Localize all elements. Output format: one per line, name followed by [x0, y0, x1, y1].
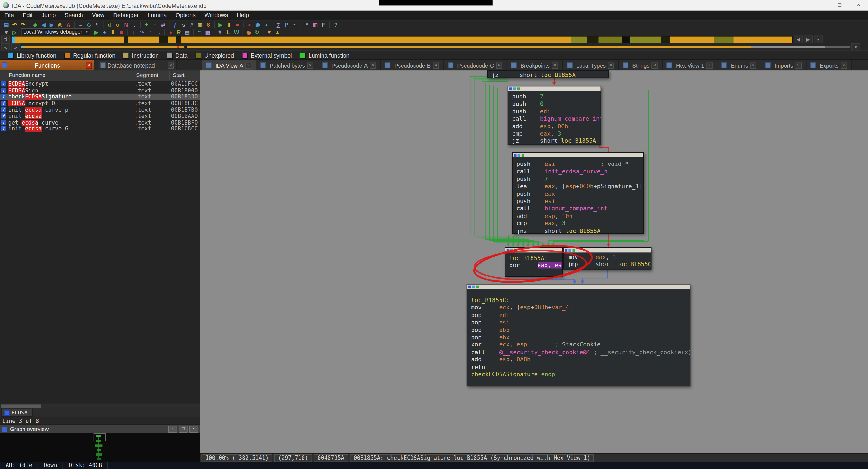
menu-item-options[interactable]: Options — [171, 10, 200, 20]
debug-run-icon[interactable]: ▶ — [217, 21, 224, 28]
refresh-icon[interactable]: ↻ — [253, 29, 261, 36]
debug-setup-icon[interactable]: ▾ — [3, 29, 10, 36]
tab-ida-view-a[interactable]: IDA View-A× — [202, 60, 257, 71]
column-divider[interactable] — [169, 71, 170, 80]
menu-item-help[interactable]: Help — [232, 10, 253, 20]
view-tab-close-icon[interactable]: × — [795, 62, 801, 68]
view-tab-close-icon[interactable]: × — [307, 62, 313, 68]
terminate-process-icon[interactable]: ■ — [118, 29, 125, 36]
breakpoints-window-icon[interactable]: ● — [167, 29, 175, 36]
asm-line[interactable]: push 7 — [508, 93, 601, 100]
column-segment[interactable]: Segment — [136, 72, 158, 78]
jump-forward-icon[interactable]: ▶ — [48, 21, 55, 28]
basic-block-entry-cut[interactable]: jz short loc_B1855A — [487, 70, 609, 78]
basic-block-set-eax-1[interactable]: mov eax, 1jmp short loc_B1855C — [563, 247, 651, 270]
text-view-icon[interactable]: ¶ — [94, 21, 101, 28]
menu-item-windows[interactable]: Windows — [200, 10, 232, 20]
basic-block-compare-1[interactable]: push 7push 0push edicall bignum_compare_… — [508, 86, 601, 145]
block-title-bar[interactable] — [505, 248, 562, 252]
menu-item-edit[interactable]: Edit — [18, 10, 37, 20]
debug-stop-icon[interactable]: ■ — [234, 21, 241, 28]
asm-line[interactable]: add esp, 0Ch — [508, 123, 601, 130]
graph-view[interactable]: jz short loc_B1855Apush 7push 0push edic… — [200, 70, 868, 453]
segments-icon[interactable]: ▥ — [196, 21, 204, 28]
tab-breakpoints[interactable]: Breakpoints× — [507, 60, 563, 71]
asm-line[interactable]: jnz short loc_B1855A — [513, 227, 643, 234]
notepad-tab-close-icon[interactable]: × — [168, 62, 174, 68]
graph-overview-canvas[interactable] — [0, 433, 200, 462]
asm-line[interactable]: push edi — [508, 108, 601, 115]
overview-restore-icon[interactable]: □ — [179, 426, 188, 433]
lumina-push-icon[interactable]: ▲ — [274, 29, 281, 36]
functions-tab-close-icon[interactable]: × — [86, 62, 92, 68]
registers-window-icon[interactable]: R — [175, 29, 183, 36]
asm-line[interactable]: jz short loc_B1855A — [508, 137, 601, 145]
function-row[interactable]: finit_ecdsa.text00B1BAA0 — [0, 113, 200, 119]
column-start[interactable]: Start — [173, 72, 185, 78]
maximize-button[interactable]: □ — [830, 0, 849, 10]
tab-local-types[interactable]: Local Types× — [563, 60, 619, 71]
block-title-bar[interactable] — [508, 86, 601, 91]
scrollbar-thumb[interactable] — [1, 404, 41, 408]
view-tab-close-icon[interactable]: × — [370, 62, 376, 68]
asm-line[interactable]: jmp short loc_B1855C — [564, 261, 651, 268]
close-button[interactable]: × — [849, 0, 868, 10]
fonts-icon[interactable]: F — [320, 21, 327, 28]
overview-close-icon[interactable]: × — [189, 426, 198, 433]
watch-icon[interactable]: ◉ — [254, 21, 261, 28]
asm-line[interactable]: call bignum_compare_int — [508, 115, 601, 123]
view-tab-close-icon[interactable]: × — [433, 62, 439, 68]
view-tab-close-icon[interactable]: × — [750, 62, 756, 68]
colors-icon[interactable]: ◧ — [312, 21, 319, 28]
modules-window-icon[interactable]: ▦ — [204, 29, 211, 36]
asm-line[interactable]: mov eax, 1 — [564, 253, 651, 261]
tab-enums[interactable]: Enums× — [718, 60, 762, 71]
functions-window-icon[interactable]: ƒ — [172, 21, 179, 28]
block-title-bar[interactable] — [467, 285, 690, 289]
calculator-icon[interactable]: ∑ — [275, 21, 282, 28]
asm-line[interactable]: add esp, 0A8h — [467, 356, 690, 363]
run-to-cursor-icon[interactable]: → — [155, 29, 162, 36]
asm-line[interactable]: add esp, 10h — [513, 212, 643, 220]
jump-back-icon[interactable]: ◀ — [40, 21, 47, 28]
threads-window-icon[interactable]: ≈ — [196, 29, 203, 36]
strings-window-icon[interactable]: s — [180, 21, 187, 28]
function-row[interactable]: fECDSAEncrypt_0.text00B18E3C — [0, 100, 200, 106]
attach-process-icon[interactable]: + — [101, 29, 108, 36]
function-row[interactable]: finit_ecdsa_curve_p.text00B1B7B0 — [0, 106, 200, 113]
view-tab-close-icon[interactable]: × — [841, 62, 846, 68]
debug-pause-icon[interactable]: ‖ — [225, 21, 232, 28]
comment-icon[interactable]: : — [130, 21, 138, 28]
function-row[interactable]: fget_ecdsa_curve.text00B1BBF0 — [0, 119, 200, 126]
asm-line[interactable]: loc_B1855C: — [467, 297, 690, 304]
hex-dump-icon[interactable]: # — [216, 29, 224, 36]
navigation-strip[interactable] — [21, 45, 850, 48]
asm-line[interactable]: push 0 — [508, 100, 601, 108]
asm-line[interactable]: call bignum_compare_int — [513, 205, 643, 212]
struct-add-icon[interactable]: + — [143, 21, 150, 28]
column-divider[interactable] — [133, 71, 133, 80]
search-icon[interactable]: ◎ — [56, 21, 64, 28]
menu-item-jump[interactable]: Jump — [37, 10, 60, 20]
redo-icon[interactable]: ↷ — [19, 21, 27, 28]
breakpoint-icon[interactable]: ● — [246, 21, 253, 28]
asm-line[interactable]: xor eax, eax — [505, 262, 562, 269]
step-over-icon[interactable]: ↷ — [138, 29, 146, 36]
signatures-icon[interactable]: S — [205, 21, 212, 28]
basic-block-loc_B1855C[interactable]: loc_B1855C:mov ecx, [esp+0B8h+var_4]pop … — [467, 284, 690, 386]
save-icon[interactable]: ▤ — [3, 21, 10, 28]
asm-line[interactable]: cmp eax, 3 — [513, 220, 643, 227]
strip-next-icon[interactable]: » — [11, 43, 20, 51]
basic-block-compare-2[interactable]: push esi ; void *call init_ecdsa_curve_p… — [512, 152, 644, 233]
strip-menu-icon[interactable]: ▾ — [851, 43, 860, 51]
asm-line[interactable]: pop edi — [467, 311, 690, 319]
python-icon[interactable]: P — [283, 21, 290, 28]
asm-line[interactable]: push esi ; void * — [513, 161, 643, 168]
asm-line[interactable]: lea eax, [esp+0C0h+pSignature_1] — [513, 183, 643, 190]
make-code-icon[interactable]: c — [114, 21, 121, 28]
snapshot-icon[interactable]: ◉ — [245, 29, 252, 36]
tab-pseudocode-b[interactable]: Pseudocode-B× — [381, 60, 444, 71]
xrefs-icon[interactable]: ⇄ — [159, 21, 167, 28]
graph-overview-header[interactable]: Graph overview ▫ □ × — [0, 424, 200, 434]
watches-window-icon[interactable]: W — [233, 29, 240, 36]
